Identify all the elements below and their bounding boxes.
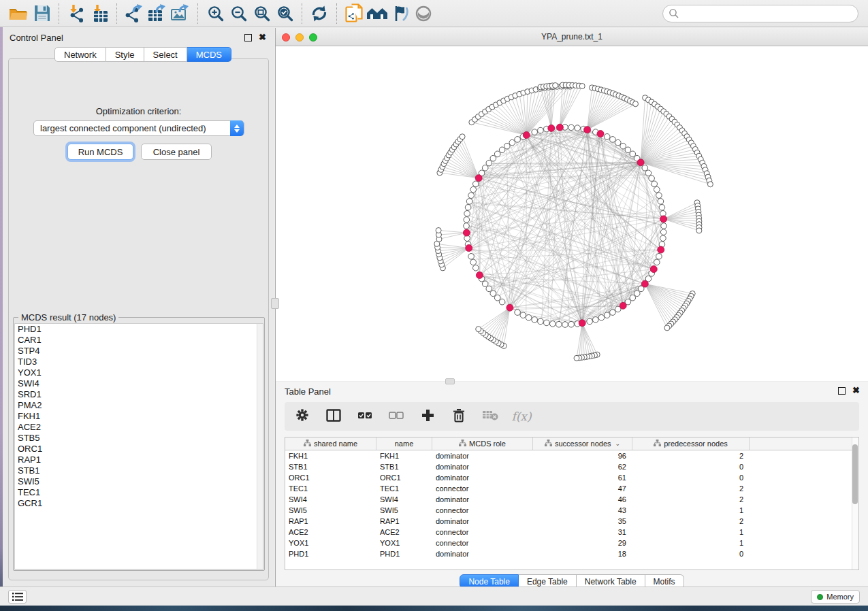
mcds-hub-node[interactable] [660, 216, 667, 222]
ring-node[interactable] [604, 134, 610, 140]
tab-style[interactable]: Style [106, 47, 144, 62]
table-row[interactable]: STB1STB1dominator620 [285, 461, 858, 472]
ring-node[interactable] [630, 295, 636, 301]
ring-node[interactable] [482, 165, 488, 171]
mcds-hub-node[interactable] [466, 245, 472, 252]
table-row[interactable]: TEC1TEC1connector472 [285, 483, 858, 494]
mcds-result-item[interactable]: STB1 [15, 465, 263, 476]
create-column-button[interactable] [419, 408, 436, 425]
column-header-predecessor-nodes[interactable]: predecessor nodes [632, 437, 750, 450]
ring-node[interactable] [464, 223, 470, 229]
hide-flagged-button[interactable] [389, 3, 412, 24]
table-row[interactable]: SWI5SWI5connector431 [285, 505, 858, 516]
ring-node[interactable] [490, 155, 496, 161]
deselect-all-columns-button[interactable] [388, 408, 404, 425]
horizontal-split-grip[interactable] [445, 378, 455, 384]
mcds-result-item[interactable]: PHD1 [15, 324, 263, 335]
ring-node[interactable] [660, 235, 666, 242]
ring-node[interactable] [661, 223, 667, 229]
ring-node[interactable] [515, 137, 521, 143]
table-scrollbar[interactable] [852, 437, 858, 569]
close-panel-button[interactable]: Close panel [141, 144, 212, 160]
ring-node[interactable] [494, 151, 500, 157]
ring-node[interactable] [532, 317, 538, 323]
mcds-hub-node[interactable] [597, 131, 604, 137]
ring-node[interactable] [656, 254, 662, 260]
leaf-node[interactable] [476, 327, 481, 332]
leaf-node[interactable] [633, 101, 639, 107]
float-panel-icon[interactable] [244, 34, 252, 42]
mcds-hub-node[interactable] [556, 124, 563, 131]
ring-node[interactable] [464, 211, 470, 217]
show-hidden-button[interactable] [412, 3, 435, 24]
ring-node[interactable] [634, 291, 640, 297]
mcds-result-item[interactable]: PMA2 [15, 400, 263, 411]
ring-node[interactable] [658, 199, 664, 205]
mcds-hub-node[interactable] [548, 125, 555, 131]
mcds-hub-node[interactable] [507, 304, 513, 311]
ring-node[interactable] [652, 181, 658, 187]
mcds-result-item[interactable]: STP4 [15, 346, 263, 357]
ring-node[interactable] [538, 127, 544, 133]
ring-node[interactable] [499, 147, 505, 153]
ring-node[interactable] [486, 160, 492, 166]
ring-node[interactable] [494, 295, 500, 301]
ring-node[interactable] [470, 259, 477, 265]
mcds-result-item[interactable]: STB5 [15, 433, 263, 444]
ring-node[interactable] [515, 310, 521, 316]
column-header-MCDS-role[interactable]: MCDS role [432, 437, 533, 450]
ring-node[interactable] [654, 186, 660, 193]
ring-node[interactable] [538, 318, 544, 325]
ring-node[interactable] [499, 299, 505, 305]
ring-node[interactable] [520, 312, 526, 318]
tab-mcds[interactable]: MCDS [187, 47, 231, 62]
mcds-hub-node[interactable] [658, 246, 664, 253]
ring-node[interactable] [598, 315, 605, 321]
column-header-successor-nodes[interactable]: successor nodes⌄ [533, 437, 632, 450]
ring-node[interactable] [473, 265, 479, 271]
export-table-button[interactable] [146, 3, 169, 24]
refresh-button[interactable] [308, 3, 331, 24]
mcds-result-item[interactable]: TID3 [15, 357, 263, 367]
table-row[interactable]: ORC1ORC1dominator610 [285, 472, 858, 483]
ring-node[interactable] [610, 137, 616, 143]
column-menu-icon[interactable]: ⌄ [615, 440, 621, 447]
network-canvas[interactable] [276, 46, 868, 381]
leaf-node[interactable] [579, 84, 585, 89]
network-window-titlebar[interactable]: YPA_prune.txt_1 [276, 28, 868, 46]
leaf-node[interactable] [696, 228, 702, 233]
zoom-in-button[interactable] [204, 3, 227, 24]
leaf-node[interactable] [664, 325, 670, 331]
ring-node[interactable] [630, 151, 636, 157]
select-all-columns-button[interactable] [357, 408, 373, 425]
ring-node[interactable] [645, 170, 652, 176]
mcds-hub-node[interactable] [523, 132, 530, 139]
mcds-list-scrollbar[interactable] [257, 324, 263, 569]
mcds-result-item[interactable]: GCR1 [15, 498, 263, 509]
ring-node[interactable] [464, 217, 470, 223]
export-image-button[interactable] [169, 3, 192, 24]
table-scrollbar-thumb[interactable] [852, 444, 858, 504]
ring-node[interactable] [615, 139, 621, 146]
ring-node[interactable] [575, 125, 581, 131]
mcds-result-item[interactable]: YOX1 [15, 367, 263, 378]
vertical-split-grip[interactable] [271, 298, 279, 309]
ring-node[interactable] [473, 181, 479, 187]
mcds-hub-node[interactable] [650, 266, 657, 273]
ring-node[interactable] [544, 320, 550, 326]
tab-select[interactable]: Select [144, 47, 187, 62]
leaf-node[interactable] [460, 134, 465, 139]
ring-node[interactable] [486, 286, 492, 292]
leaf-node[interactable] [707, 182, 713, 187]
table-row[interactable]: PHD1PHD1dominator180 [285, 548, 858, 559]
save-session-button[interactable] [30, 3, 53, 24]
run-mcds-button[interactable]: Run MCDS [67, 144, 133, 160]
mcds-result-item[interactable]: SWI5 [15, 476, 263, 487]
show-all-button[interactable] [366, 3, 389, 24]
table-row[interactable]: FKH1FKH1dominator962 [285, 450, 858, 461]
ring-node[interactable] [509, 139, 515, 146]
ring-node[interactable] [642, 165, 648, 171]
ring-node[interactable] [568, 125, 575, 131]
leaf-node[interactable] [436, 228, 441, 233]
mcds-result-item[interactable]: FKH1 [15, 411, 263, 422]
